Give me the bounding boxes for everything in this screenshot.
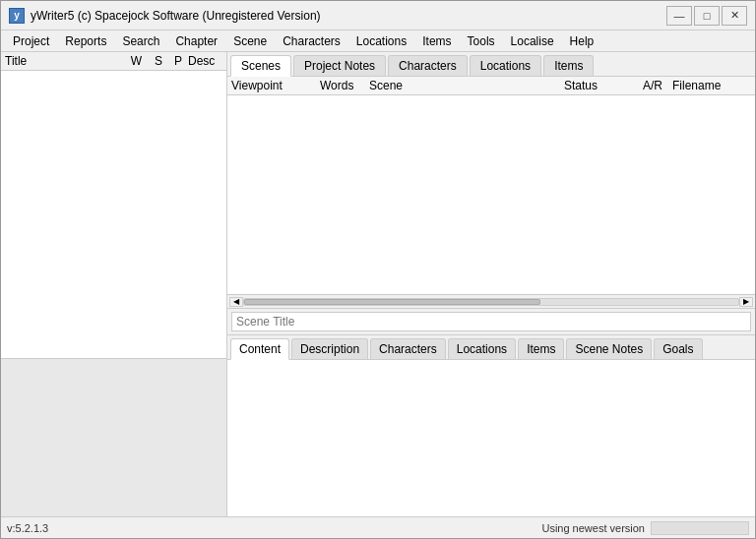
scroll-left-arrow[interactable]: ◀ (229, 297, 243, 307)
tab-scenes[interactable]: Scenes (230, 55, 291, 77)
title-bar-controls: — □ ✕ (666, 6, 747, 26)
tab-bottom-characters[interactable]: Characters (370, 338, 446, 359)
status-progress-bar (651, 521, 749, 535)
menu-localise[interactable]: Localise (503, 32, 562, 50)
bottom-tabs-area: Content Description Characters Locations… (227, 334, 755, 516)
title-bar: y yWriter5 (c) Spacejock Software (Unreg… (1, 1, 755, 30)
left-bottom-panel (1, 359, 226, 516)
col-words-header: Words (320, 79, 369, 92)
main-content: Title W S P Desc Scenes Project Notes Ch… (1, 52, 755, 516)
scene-table-header: Viewpoint Words Scene Status A/R Filenam… (227, 77, 755, 95)
menu-search[interactable]: Search (114, 32, 167, 50)
menu-scene[interactable]: Scene (225, 32, 275, 50)
title-bar-text: yWriter5 (c) Spacejock Software (Unregis… (31, 9, 321, 23)
scroll-thumb[interactable] (244, 299, 540, 305)
bottom-tab-bar: Content Description Characters Locations… (227, 335, 755, 360)
tab-locations[interactable]: Locations (470, 55, 541, 76)
col-ar-header: A/R (643, 79, 672, 92)
right-panel: Scenes Project Notes Characters Location… (227, 52, 755, 516)
menu-reports[interactable]: Reports (57, 32, 114, 50)
status-right: Using newest version (541, 521, 749, 535)
app-icon: y (9, 8, 25, 24)
bottom-content-area (227, 360, 755, 516)
scroll-right-arrow[interactable]: ▶ (739, 297, 753, 307)
menu-help[interactable]: Help (562, 32, 602, 50)
tab-items[interactable]: Items (543, 55, 594, 76)
top-tab-bar: Scenes Project Notes Characters Location… (227, 52, 755, 77)
scene-title-input[interactable] (231, 312, 751, 331)
status-text: Using newest version (541, 522, 645, 534)
maximize-button[interactable]: □ (694, 6, 720, 26)
col-s-header: S (149, 54, 168, 68)
menu-chapter[interactable]: Chapter (167, 32, 225, 50)
scroll-track[interactable] (243, 298, 739, 306)
col-p-header: P (168, 54, 188, 68)
col-viewpoint-header: Viewpoint (231, 79, 320, 92)
tab-characters[interactable]: Characters (388, 55, 468, 76)
minimize-button[interactable]: — (666, 6, 692, 26)
menu-items[interactable]: Items (414, 32, 459, 50)
tab-content[interactable]: Content (230, 338, 289, 360)
horizontal-scrollbar[interactable]: ◀ ▶ (227, 294, 755, 308)
menu-project[interactable]: Project (5, 32, 57, 50)
title-bar-left: y yWriter5 (c) Spacejock Software (Unreg… (9, 8, 321, 24)
scene-title-row (227, 308, 755, 334)
close-button[interactable]: ✕ (722, 6, 747, 26)
col-scene-header: Scene (369, 79, 564, 92)
scene-table-area: Viewpoint Words Scene Status A/R Filenam… (227, 77, 755, 334)
chapter-header: Title W S P Desc (1, 52, 226, 71)
tab-project-notes[interactable]: Project Notes (293, 55, 386, 76)
tab-bottom-items[interactable]: Items (518, 338, 564, 359)
tab-bottom-locations[interactable]: Locations (448, 338, 516, 359)
menu-locations[interactable]: Locations (348, 32, 414, 50)
col-status-header: Status (564, 79, 643, 92)
col-w-header: W (124, 54, 149, 68)
left-panel: Title W S P Desc (1, 52, 227, 516)
chapter-list: Title W S P Desc (1, 52, 226, 359)
scene-table-body[interactable] (227, 95, 755, 294)
status-bar: v:5.2.1.3 Using newest version (1, 516, 755, 538)
menu-tools[interactable]: Tools (460, 32, 503, 50)
col-title-header: Title (5, 54, 124, 68)
menu-characters[interactable]: Characters (275, 32, 348, 50)
menu-bar: Project Reports Search Chapter Scene Cha… (1, 30, 755, 52)
tab-description[interactable]: Description (291, 338, 368, 359)
version-label: v:5.2.1.3 (7, 522, 48, 534)
tab-goals[interactable]: Goals (654, 338, 702, 359)
col-filename-header: Filename (672, 79, 751, 92)
tab-scene-notes[interactable]: Scene Notes (566, 338, 652, 359)
col-desc-header: Desc (188, 54, 222, 68)
